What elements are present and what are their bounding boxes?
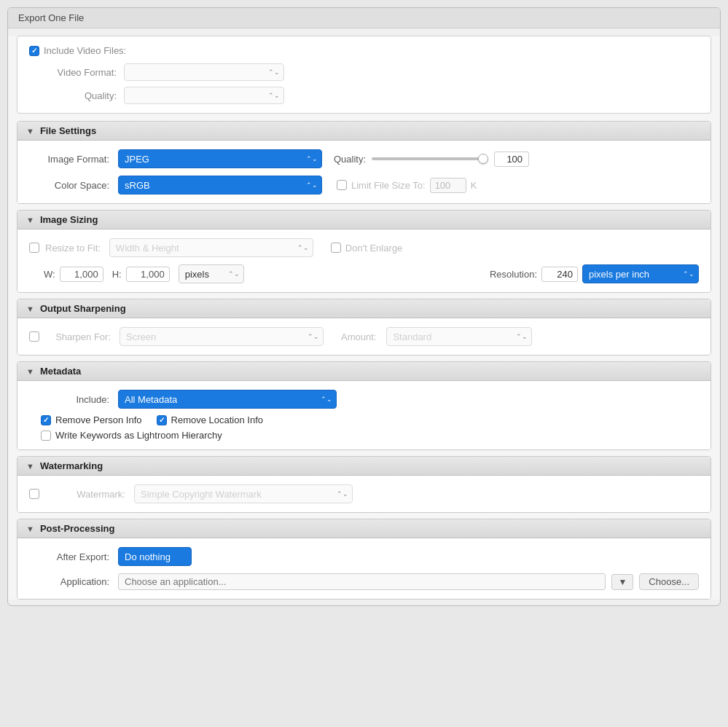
write-keywords-label: Write Keywords as Lightroom Hierarchy <box>55 430 222 441</box>
video-section: Include Video Files: Video Format: Quali… <box>17 36 711 114</box>
watermarking-header[interactable]: ▼ Watermarking <box>17 457 711 476</box>
limit-input[interactable] <box>430 178 466 193</box>
dont-enlarge-group: Don't Enlarge <box>331 243 402 254</box>
output-sharpening-header[interactable]: ▼ Output Sharpening <box>17 299 711 318</box>
resolution-row: Resolution: pixels per inch <box>490 264 699 283</box>
image-format-wrapper: JPEG <box>118 149 322 168</box>
meta-checkboxes: Remove Person Info Remove Location Info <box>41 414 699 425</box>
metadata-header[interactable]: ▼ Metadata <box>17 362 711 381</box>
height-row: H: <box>112 267 170 282</box>
export-window: Export One File Include Video Files: Vid… <box>7 7 721 606</box>
limit-unit: K <box>471 180 477 191</box>
watermark-label: Watermark: <box>45 489 125 500</box>
resolution-unit-wrapper: pixels per inch <box>582 264 699 283</box>
width-input[interactable] <box>60 267 103 282</box>
image-sizing-triangle: ▼ <box>26 216 34 224</box>
color-space-label: Color Space: <box>29 180 109 191</box>
output-sharpening-body: Sharpen For: Screen Amount: Standard <box>17 318 711 355</box>
post-processing-body: After Export: Do nothing Application: ▼ … <box>17 538 711 599</box>
file-settings-triangle: ▼ <box>26 127 34 135</box>
resize-checkbox[interactable] <box>29 243 39 253</box>
remove-person-label: Remove Person Info <box>55 414 142 425</box>
pixels-wrapper: pixels <box>179 264 244 283</box>
choose-button[interactable]: Choose... <box>639 573 699 590</box>
image-sizing-header[interactable]: ▼ Image Sizing <box>17 211 711 229</box>
include-wrapper: All Metadata <box>118 390 337 409</box>
video-format-select[interactable] <box>124 63 284 81</box>
file-settings-title: File Settings <box>40 125 96 136</box>
watermark-select[interactable]: Simple Copyright Watermark <box>134 484 353 503</box>
post-processing-header[interactable]: ▼ Post-Processing <box>17 519 711 538</box>
include-select[interactable]: All Metadata <box>118 390 337 409</box>
metadata-section: ▼ Metadata Include: All Metadata Remove … <box>17 361 711 450</box>
watermark-wrapper: Simple Copyright Watermark <box>134 484 353 503</box>
application-dropdown-btn[interactable]: ▼ <box>611 574 633 590</box>
output-sharpening-title: Output Sharpening <box>40 303 126 314</box>
quality-row: Quality: 100 <box>334 152 529 167</box>
resolution-label: Resolution: <box>490 269 537 280</box>
image-sizing-body: Resize to Fit: Width & Height Don't Enla… <box>17 229 711 292</box>
video-quality-row: Quality: <box>29 87 699 104</box>
watermark-row: Watermark: Simple Copyright Watermark <box>29 484 699 503</box>
resize-row: Resize to Fit: Width & Height Don't Enla… <box>29 238 699 257</box>
application-input[interactable] <box>118 573 606 590</box>
remove-location-item: Remove Location Info <box>157 414 263 425</box>
application-row: Application: ▼ Choose... <box>29 573 699 590</box>
watermark-checkbox[interactable] <box>29 489 39 499</box>
include-video-label: Include Video Files: <box>44 45 126 56</box>
resolution-unit-select[interactable]: pixels per inch <box>582 264 699 283</box>
amount-select[interactable]: Standard <box>386 327 532 346</box>
scroll-area: Include Video Files: Video Format: Quali… <box>8 36 720 600</box>
pixels-select[interactable]: pixels <box>179 264 244 283</box>
height-input[interactable] <box>126 267 170 282</box>
sharpen-for-select[interactable]: Screen <box>120 327 324 346</box>
sharpen-for-wrapper: Screen <box>120 327 324 346</box>
after-export-row: After Export: Do nothing <box>29 547 699 566</box>
remove-person-item: Remove Person Info <box>41 414 142 425</box>
color-space-row: Color Space: sRGB Limit File Size To: K <box>29 176 699 194</box>
limit-checkbox[interactable] <box>337 180 347 190</box>
image-sizing-title: Image Sizing <box>40 214 98 225</box>
dont-enlarge-checkbox[interactable] <box>331 243 341 253</box>
h-label: H: <box>112 269 122 280</box>
file-settings-header[interactable]: ▼ File Settings <box>17 122 711 141</box>
title-bar: Export One File <box>8 8 720 28</box>
video-quality-select[interactable] <box>124 87 284 104</box>
sharpen-label: Sharpen For: <box>45 331 111 342</box>
image-format-row: Image Format: JPEG Quality: 100 <box>29 149 699 168</box>
amount-label: Amount: <box>341 331 376 342</box>
watermarking-body: Watermark: Simple Copyright Watermark <box>17 476 711 512</box>
image-format-select[interactable]: JPEG <box>118 149 322 168</box>
sharpen-checkbox[interactable] <box>29 331 39 342</box>
write-keywords-row: Write Keywords as Lightroom Hierarchy <box>41 430 699 441</box>
after-export-select[interactable]: Do nothing <box>118 547 192 566</box>
image-sizing-section: ▼ Image Sizing Resize to Fit: Width & He… <box>17 210 711 293</box>
post-processing-triangle: ▼ <box>26 524 34 533</box>
after-export-wrapper: Do nothing <box>118 547 699 566</box>
post-processing-title: Post-Processing <box>40 523 115 534</box>
video-quality-label: Quality: <box>29 90 117 101</box>
include-video-checkbox[interactable] <box>29 46 39 56</box>
post-processing-section: ▼ Post-Processing After Export: Do nothi… <box>17 519 711 600</box>
remove-person-checkbox[interactable] <box>41 415 51 425</box>
video-format-label: Video Format: <box>29 67 117 78</box>
sharpen-row: Sharpen For: Screen Amount: Standard <box>29 327 699 346</box>
file-settings-section: ▼ File Settings Image Format: JPEG Quali… <box>17 121 711 204</box>
output-sharpening-triangle: ▼ <box>26 304 34 313</box>
quality-slider[interactable] <box>372 157 488 160</box>
video-format-row: Video Format: <box>29 63 699 81</box>
image-format-label: Image Format: <box>29 154 109 165</box>
write-keywords-checkbox[interactable] <box>41 431 51 441</box>
width-row: W: <box>44 267 103 282</box>
quality-value: 100 <box>494 152 529 167</box>
resolution-input[interactable] <box>541 267 578 282</box>
amount-wrapper: Standard <box>386 327 532 346</box>
resize-option-select[interactable]: Width & Height <box>109 238 313 257</box>
limit-label: Limit File Size To: <box>351 180 426 191</box>
wh-resolution-row: W: H: pixels Resolution: <box>44 264 699 283</box>
video-format-wrapper <box>124 63 284 81</box>
limit-row: Limit File Size To: K <box>337 178 477 193</box>
color-space-select[interactable]: sRGB <box>118 176 322 194</box>
remove-location-checkbox[interactable] <box>157 415 167 425</box>
file-settings-body: Image Format: JPEG Quality: 100 Color Sp… <box>17 141 711 203</box>
